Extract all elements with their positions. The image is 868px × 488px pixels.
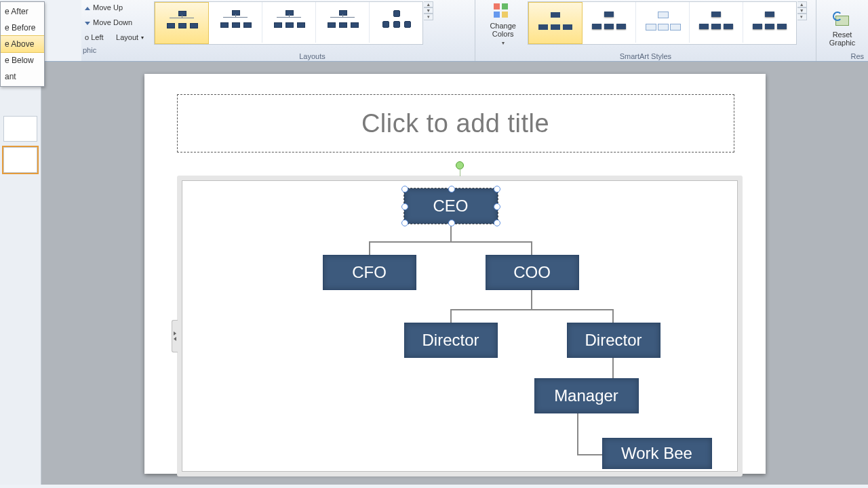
workspace: Click to add title: [0, 62, 868, 485]
add-shape-before-item[interactable]: e Before: [1, 20, 44, 36]
expand-gallery-button[interactable]: ▾: [424, 14, 433, 20]
connector: [577, 413, 578, 454]
arrow-down-icon: [85, 18, 90, 26]
node-label: Manager: [554, 386, 618, 405]
reset-icon: [833, 12, 852, 28]
expand-gallery-button[interactable]: ▾: [797, 14, 807, 20]
move-down-label: Move Down: [93, 18, 132, 26]
resize-handle[interactable]: [401, 220, 408, 226]
scroll-up-button[interactable]: ▲: [424, 1, 433, 7]
styles-gallery-scroll: ▲▼▾: [797, 1, 807, 20]
menu-item-label: e Before: [5, 23, 35, 33]
orgchart-node-director-1[interactable]: Director: [404, 323, 498, 358]
layout-option-1[interactable]: [155, 2, 209, 44]
resize-handle[interactable]: [494, 203, 500, 210]
style-icon: [696, 9, 736, 36]
to-left-label: o Left: [85, 33, 104, 41]
orgchart-icon: [377, 9, 415, 36]
orgchart-node-cfo[interactable]: CFO: [323, 255, 416, 290]
slide-canvas: Click to add title: [41, 62, 868, 485]
right-to-left-button[interactable]: o Left: [81, 30, 113, 45]
scroll-up-button[interactable]: ▲: [797, 1, 807, 7]
orgchart-node-ceo[interactable]: CEO: [404, 188, 498, 224]
slide-thumbnail-2[interactable]: [3, 147, 37, 173]
layouts-gallery: [154, 1, 423, 45]
styles-group-label: SmartArt Styles: [479, 51, 812, 61]
title-placeholder[interactable]: Click to add title: [177, 94, 734, 152]
node-label: Work Bee: [621, 444, 692, 463]
smartart-frame[interactable]: CEO CFO COO Director Director Manager Wo…: [177, 176, 743, 476]
style-option-5[interactable]: [743, 2, 796, 43]
reset-group-label-partial: Res: [821, 51, 864, 61]
add-assistant-item[interactable]: ant: [1, 68, 44, 85]
menu-item-label: e After: [5, 7, 28, 16]
rotate-handle-stick: [460, 168, 460, 176]
scroll-down-button[interactable]: ▼: [424, 7, 433, 14]
layout-dropdown[interactable]: Layout▾: [113, 30, 146, 45]
layout-option-4[interactable]: [316, 2, 370, 43]
graphic-group-label-partial: phic: [81, 45, 146, 55]
menu-item-label: e Above: [5, 39, 34, 49]
orgchart-node-coo[interactable]: COO: [486, 255, 579, 290]
chevron-down-icon: ▾: [502, 41, 505, 47]
promote-button[interactable]: ⇐Promote: [5, 0, 52, 4]
style-icon: [535, 9, 576, 37]
promote-label: Promote: [18, 0, 49, 1]
connector: [369, 241, 532, 243]
connector: [450, 309, 613, 310]
styles-gallery: [528, 1, 797, 45]
layout-option-5[interactable]: [370, 2, 422, 43]
add-shape-above-item[interactable]: e Above: [1, 35, 44, 53]
reset-graphic-button[interactable]: Reset Graphic: [821, 1, 864, 50]
orgchart-node-workbee[interactable]: Work Bee: [602, 438, 712, 469]
style-icon: [589, 9, 629, 36]
add-shape-below-item[interactable]: e Below: [1, 52, 44, 68]
connector: [369, 241, 370, 255]
style-option-3[interactable]: [636, 2, 690, 43]
node-label: CFO: [352, 263, 387, 282]
chevron-left-icon: [174, 331, 176, 336]
orgchart: CEO CFO COO Director Director Manager Wo…: [190, 188, 730, 464]
smartart-styles-group: Change Colors▾ ▲▼▾ SmartArt Styles: [475, 0, 816, 61]
node-label: Director: [422, 331, 479, 350]
layout-option-2[interactable]: [209, 2, 262, 43]
slide-thumbnail-pane: [0, 62, 41, 485]
connector: [612, 309, 614, 323]
node-label: Director: [585, 331, 642, 350]
resize-handle[interactable]: [448, 220, 455, 226]
orgchart-icon: [216, 9, 254, 36]
orgchart-node-director-2[interactable]: Director: [567, 323, 660, 358]
palette-icon: [492, 2, 514, 19]
style-option-4[interactable]: [690, 2, 743, 43]
node-label: CEO: [433, 197, 468, 216]
move-up-button[interactable]: Move Up: [81, 0, 146, 15]
layouts-gallery-scroll: ▲▼▾: [424, 1, 433, 20]
resize-handle[interactable]: [448, 186, 455, 192]
style-option-2[interactable]: [583, 2, 636, 43]
style-icon: [749, 9, 790, 36]
reset-graphic-label: Reset Graphic: [824, 30, 861, 47]
create-graphic-controls: Move Up Move Down o Left Layout▾ phic: [81, 0, 146, 55]
style-option-1[interactable]: [528, 2, 583, 44]
change-colors-label: Change Colors: [483, 22, 524, 38]
orgchart-node-manager[interactable]: Manager: [534, 378, 639, 413]
connector: [531, 241, 532, 255]
text-pane-toggle[interactable]: [172, 320, 178, 352]
chevron-down-icon: ▾: [141, 35, 144, 41]
connector: [612, 358, 614, 378]
layout-option-3[interactable]: [262, 2, 316, 43]
change-colors-button[interactable]: Change Colors▾: [479, 1, 527, 50]
move-up-label: Move Up: [93, 3, 123, 12]
move-down-button[interactable]: Move Down: [81, 15, 146, 30]
layout-label: Layout: [116, 33, 138, 41]
slide[interactable]: Click to add title: [144, 74, 766, 474]
resize-handle[interactable]: [401, 203, 408, 210]
ribbon: Move Up Move Down o Left Layout▾ phic ▲▼…: [0, 0, 868, 62]
add-shape-after-item[interactable]: e After: [1, 3, 44, 20]
reset-group: Reset Graphic Res: [816, 0, 868, 61]
layouts-group: ▲▼▾ Layouts: [150, 0, 475, 61]
slide-thumbnail-1[interactable]: [3, 116, 37, 142]
resize-handle[interactable]: [494, 186, 500, 192]
add-shape-dropdown: e After e Before e Above e Below ant: [0, 1, 45, 87]
scroll-down-button[interactable]: ▼: [797, 7, 807, 14]
